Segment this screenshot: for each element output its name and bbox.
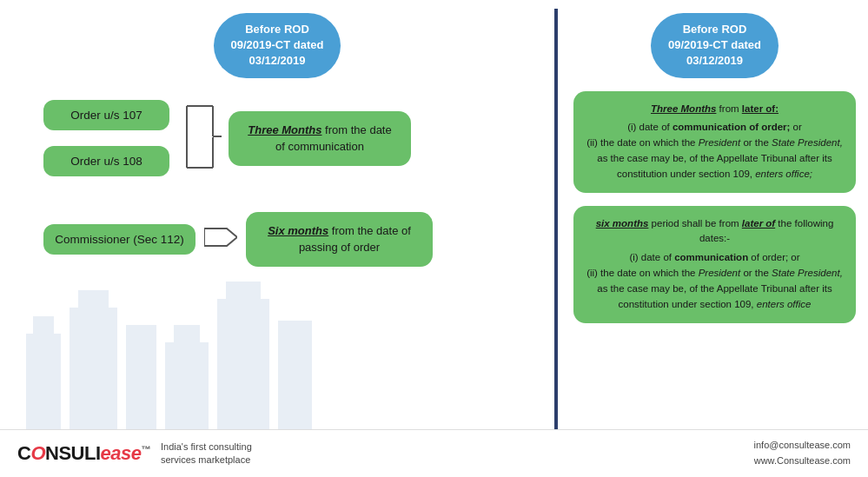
order-107-box: Order u/s 107 xyxy=(43,100,169,130)
three-months-label: Three Months from the date of communicat… xyxy=(248,123,391,154)
left-header-wrap: Before ROD 09/2019-CT dated 03/12/2019 xyxy=(17,13,537,78)
bracket-connector xyxy=(182,96,222,182)
left-header-line1: Before ROD xyxy=(245,23,309,36)
footer-contact: info@consultease.com www.Consultease.com xyxy=(754,438,851,468)
commissioner-label: Commissioner (Sec 112) xyxy=(55,233,184,246)
right-panel: Before ROD 09/2019-CT dated 03/12/2019 T… xyxy=(565,0,865,426)
three-months-result-box: Three Months from the date of communicat… xyxy=(229,111,411,166)
right-header-badge: Before ROD 09/2019-CT dated 03/12/2019 xyxy=(651,13,779,78)
bracket-svg xyxy=(182,96,222,178)
commissioner-box: Commissioner (Sec 112) xyxy=(43,224,195,255)
right-header-line2: 09/2019-CT dated xyxy=(668,38,761,51)
footer-tagline: India's first consulting services market… xyxy=(161,441,252,467)
footer: CONSULIease™ India's first consulting se… xyxy=(0,429,868,477)
arrow-connector xyxy=(204,225,237,253)
orders-column: Order u/s 107 Order u/s 108 xyxy=(43,100,169,176)
six-months-result-box: Six months from the date of passing of o… xyxy=(246,212,433,267)
left-panel: Before ROD 09/2019-CT dated 03/12/2019 O… xyxy=(0,0,554,426)
right-header-wrap: Before ROD 09/2019-CT dated 03/12/2019 xyxy=(573,13,856,78)
order-108-label: Order u/s 108 xyxy=(70,155,142,168)
commissioner-section: Commissioner (Sec 112) Six months from t… xyxy=(43,212,537,267)
right-box-2: six months period shall be from later of… xyxy=(573,206,856,323)
left-header-line3: 03/12/2019 xyxy=(248,54,305,67)
footer-contact-line1: info@consultease.com xyxy=(754,440,851,450)
svg-marker-6 xyxy=(204,229,237,246)
logo-text: CONSULIease™ xyxy=(17,442,150,465)
footer-contact-line2: www.Consultease.com xyxy=(754,455,851,466)
footer-tagline-line2: services marketplace xyxy=(161,454,250,465)
right-box-1: Three Months from later of: (i) date of … xyxy=(573,91,856,193)
right-header-line3: 03/12/2019 xyxy=(686,54,743,67)
order-108-box: Order u/s 108 xyxy=(43,146,169,176)
footer-tagline-line1: India's first consulting xyxy=(161,441,252,452)
six-months-label: Six months from the date of passing of o… xyxy=(268,224,411,255)
left-header-badge: Before ROD 09/2019-CT dated 03/12/2019 xyxy=(214,13,341,78)
footer-logo: CONSULIease™ xyxy=(17,442,150,465)
order-107-label: Order u/s 107 xyxy=(70,109,142,122)
vertical-divider xyxy=(554,9,558,429)
right-header-line1: Before ROD xyxy=(683,23,747,36)
left-header-line2: 09/2019-CT dated xyxy=(231,38,324,51)
arrow-svg xyxy=(204,225,237,249)
logo-consul: CONSULIease™ xyxy=(17,442,150,464)
